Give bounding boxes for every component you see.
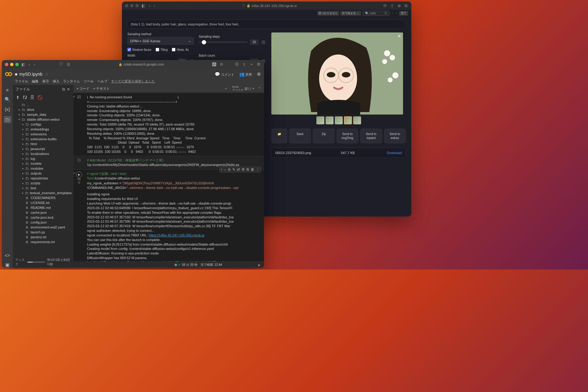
share-button[interactable]: 👥 共有 bbox=[239, 72, 252, 77]
tree-file[interactable]: 🗎config.json bbox=[13, 220, 74, 225]
link-icon[interactable]: ⊘ bbox=[228, 168, 231, 172]
menu-help[interactable]: ヘルプ bbox=[97, 79, 107, 84]
find-input[interactable]: 🔍nsfwⓧ bbox=[362, 11, 390, 16]
newtab-icon[interactable]: ＋ bbox=[249, 62, 254, 67]
tiling-checkbox[interactable]: Tiling bbox=[156, 48, 168, 51]
restore-faces-checkbox[interactable]: Restore faces bbox=[127, 48, 151, 51]
ngrok-url-link[interactable]: https://145e-35-247-155-250.ngrok.io bbox=[149, 233, 205, 237]
comment-button[interactable]: 💬 コメント bbox=[215, 72, 234, 77]
back-icon[interactable]: ‹ bbox=[28, 62, 31, 67]
code-cell-running[interactable]: ↑↓⊘✎⇄⚙⧉🗑⋮ ✔ ▶ 58 分 # ngrokで起動（test / tes… bbox=[74, 169, 264, 262]
close-icon[interactable]: ✕ bbox=[66, 87, 71, 92]
tree-folder[interactable]: ▸🗀modules bbox=[13, 166, 74, 171]
tree-file[interactable]: 🗎README.md bbox=[13, 205, 74, 210]
star-icon[interactable]: ☆ bbox=[45, 72, 48, 77]
code-icon[interactable]: <> bbox=[5, 253, 10, 258]
output-image[interactable]: ✕ bbox=[271, 32, 403, 115]
tree-file[interactable]: 🗎LICENSE.txt bbox=[13, 200, 74, 205]
thumbnail[interactable] bbox=[353, 116, 361, 124]
close-icon[interactable]: ✕ bbox=[398, 34, 401, 39]
expand-arrow-icon[interactable]: ▸ bbox=[18, 113, 21, 116]
expand-arrow-icon[interactable]: ▾ bbox=[18, 118, 21, 121]
tree-folder[interactable]: ▸🗀extensions bbox=[13, 132, 74, 137]
hires-fix-checkbox[interactable]: Hires. fix bbox=[172, 48, 189, 51]
tree-folder[interactable]: ▸🗀scripts bbox=[13, 181, 74, 186]
tree-folder[interactable]: ▾🗀stable-diffusion-webui bbox=[13, 117, 74, 122]
expand-arrow-icon[interactable]: ▸ bbox=[21, 138, 24, 141]
find-next[interactable]: › bbox=[395, 12, 398, 15]
reload-icon[interactable]: ⟳ bbox=[383, 3, 388, 8]
tree-folder[interactable]: ▸🗀extensions-builtin bbox=[13, 137, 74, 141]
expand-arrow-icon[interactable]: ▸ bbox=[21, 123, 24, 126]
download-link[interactable]: Download bbox=[387, 151, 402, 155]
tree-folder[interactable]: ▸🗀drive bbox=[13, 107, 74, 112]
expand-arrow-icon[interactable]: ▸ bbox=[21, 172, 24, 175]
share-icon[interactable]: ⇪ bbox=[390, 3, 395, 8]
sidebar-icon[interactable]: ◧ bbox=[21, 62, 26, 67]
newwindow-icon[interactable]: ⧉ bbox=[61, 87, 66, 92]
expand-arrow-icon[interactable]: ▸ bbox=[21, 147, 24, 150]
tree-folder[interactable]: ▸🗀test bbox=[13, 186, 74, 190]
upload-icon[interactable]: ⬆ bbox=[16, 95, 20, 100]
hidden-files-icon[interactable]: 🚫 bbox=[37, 95, 43, 100]
notebook-title[interactable]: ◆mySD.ipynb bbox=[15, 72, 42, 77]
refresh-icon[interactable]: 🗘 bbox=[23, 95, 27, 100]
shield-icon[interactable]: ⛉ bbox=[58, 62, 64, 67]
sidebar-icon[interactable]: ◧ bbox=[141, 3, 146, 8]
expand-arrow-icon[interactable]: ▸ bbox=[21, 152, 24, 155]
mirror-cell-icon[interactable]: ⧉ bbox=[247, 168, 249, 172]
tree-folder[interactable]: ▸🗀log bbox=[13, 156, 74, 161]
download-icon[interactable]: ⓪ bbox=[234, 62, 240, 67]
tree-file[interactable]: 🗎requirements.txt bbox=[13, 239, 74, 244]
mirror-icon[interactable]: ⇄ bbox=[237, 168, 240, 172]
thumbnail[interactable] bbox=[335, 116, 343, 124]
tree-folder[interactable]: ▸🗀textual_inversion_templates bbox=[13, 190, 74, 195]
mount-drive-icon[interactable]: 🗄 bbox=[30, 95, 34, 100]
tabs-icon[interactable]: ⧉ bbox=[256, 62, 261, 67]
traffic-light-max[interactable] bbox=[135, 4, 139, 7]
forward-icon[interactable]: › bbox=[153, 3, 156, 8]
reload-icon[interactable]: ⟳ bbox=[219, 62, 224, 67]
send-extras-button[interactable]: Send to extras bbox=[384, 129, 406, 143]
find-done[interactable]: 完了 bbox=[399, 11, 408, 16]
stepper-icon[interactable] bbox=[262, 40, 265, 44]
traffic-light-min[interactable] bbox=[130, 4, 134, 7]
menu-view[interactable]: 表示 bbox=[42, 79, 49, 84]
save-button[interactable]: Save bbox=[289, 129, 311, 143]
tree-file[interactable]: 🗎cache.json bbox=[13, 210, 74, 215]
expand-arrow-icon[interactable]: ▸ bbox=[21, 177, 24, 180]
expand-arrow-icon[interactable]: ▸ bbox=[21, 162, 24, 165]
add-code-button[interactable]: + コード bbox=[77, 86, 89, 91]
expand-arrow-icon[interactable]: ▸ bbox=[21, 191, 24, 194]
menu-file[interactable]: ファイル bbox=[15, 79, 28, 84]
run-button[interactable]: ▶ bbox=[76, 172, 82, 178]
gear-icon[interactable]: ⚙ bbox=[257, 72, 261, 77]
tabs-icon[interactable]: ⧉ bbox=[404, 3, 408, 8]
zip-button[interactable]: Zip bbox=[313, 129, 334, 143]
search-icon[interactable]: 🔍 bbox=[5, 97, 10, 102]
more-icon[interactable]: ⋮ bbox=[256, 168, 259, 172]
folder-button[interactable]: 📁 bbox=[271, 129, 287, 143]
tree-file[interactable]: 🗎environment-wsl2.yaml bbox=[13, 225, 74, 230]
address-bar[interactable]: 🔒colab.research.google.com bbox=[73, 62, 209, 66]
expand-arrow-icon[interactable]: ▸ bbox=[18, 108, 21, 111]
expand-arrow-icon[interactable]: ▸ bbox=[21, 128, 24, 131]
expand-arrow-icon[interactable]: ▸ bbox=[21, 167, 24, 170]
tree-file[interactable]: 🗎CODEOWNERS bbox=[13, 195, 74, 200]
tree-folder[interactable]: ▸🗀javascript bbox=[13, 146, 74, 151]
menu-insert[interactable]: 挿入 bbox=[53, 79, 59, 84]
expand-arrow-icon[interactable]: ▸ bbox=[21, 133, 24, 136]
tree-folder[interactable]: ▸🗀html bbox=[13, 141, 74, 146]
menu-tools[interactable]: ツール bbox=[84, 79, 94, 84]
reader-icon[interactable]: ☰ bbox=[66, 62, 71, 67]
tree-folder[interactable]: 🗀.. bbox=[13, 102, 74, 107]
find-prev[interactable]: ‹ bbox=[391, 12, 394, 15]
clear-icon[interactable]: ⓧ bbox=[384, 11, 387, 15]
traffic-light-close[interactable] bbox=[125, 4, 128, 7]
tree-folder[interactable]: ▸🗀sample_data bbox=[13, 112, 74, 117]
resource-indicator[interactable]: RAMディスク ▾ bbox=[232, 86, 254, 92]
variables-icon[interactable]: {x} bbox=[5, 107, 10, 112]
gear-icon[interactable]: ⚙ bbox=[242, 168, 245, 172]
tree-folder[interactable]: ▸🗀outputs bbox=[13, 171, 74, 176]
tree-file[interactable]: 🗎cache.json.lock bbox=[13, 215, 74, 220]
